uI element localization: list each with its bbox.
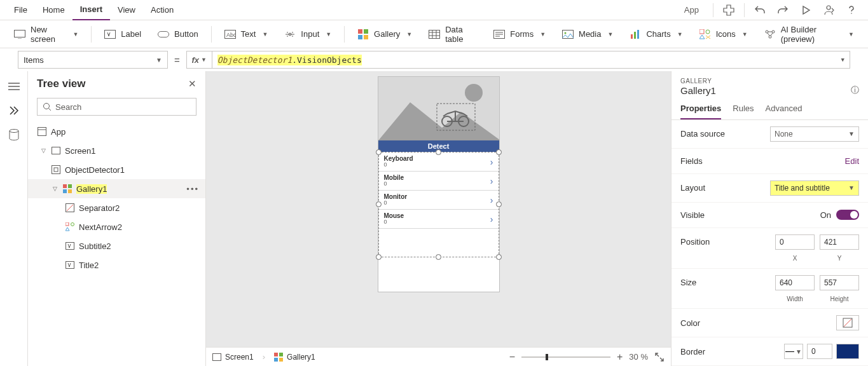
gallery-item[interactable]: Monitor0›: [379, 191, 499, 210]
close-icon[interactable]: ✕: [188, 78, 196, 90]
resize-handle[interactable]: [436, 149, 441, 155]
gallery-button[interactable]: Gallery ▼: [351, 24, 418, 44]
share-icon[interactable]: [818, 1, 839, 19]
tree-node-objectdetector[interactable]: ObjectDetector1: [28, 160, 205, 179]
menu-insert[interactable]: Insert: [72, 0, 110, 20]
tree-node-gallery1[interactable]: ▽ Gallery1 •••: [28, 179, 205, 198]
height-input[interactable]: 557: [820, 275, 859, 290]
more-icon[interactable]: •••: [186, 184, 199, 194]
health-icon[interactable]: [719, 1, 739, 19]
gallery-item[interactable]: Mouse0›: [379, 210, 499, 229]
fullscreen-icon[interactable]: [654, 352, 665, 362]
tree-search-input[interactable]: Search: [37, 98, 196, 116]
media-button[interactable]: Media ▼: [556, 24, 619, 44]
position-y-input[interactable]: 421: [820, 234, 859, 250]
menu-file[interactable]: File: [6, 0, 35, 20]
row-label: Layout: [680, 183, 705, 193]
redo-icon[interactable]: [773, 1, 793, 19]
zoom-thumb[interactable]: [546, 354, 548, 360]
icons-button[interactable]: Icons ▼: [693, 24, 754, 44]
new-screen-button[interactable]: New screen ▼: [8, 24, 85, 44]
tree-node-app[interactable]: App: [28, 122, 205, 141]
app-label[interactable]: App: [675, 5, 708, 15]
tab-rules[interactable]: Rules: [733, 104, 754, 119]
svg-rect-59: [274, 353, 278, 356]
breadcrumb-separator: ›: [263, 352, 265, 362]
border-style-dropdown[interactable]: ▼: [784, 344, 803, 359]
expand-icon[interactable]: ▽: [39, 147, 47, 154]
data-source-dropdown[interactable]: None ▼: [770, 126, 859, 142]
tab-properties[interactable]: Properties: [680, 104, 721, 119]
tree-label: App: [51, 127, 65, 137]
canvas-footer: Screen1 › Gallery1 − + 30 %: [206, 347, 671, 366]
border-color-swatch[interactable]: [836, 344, 859, 359]
tree-label: Screen1: [65, 146, 95, 156]
resize-handle[interactable]: [376, 254, 382, 260]
resize-handle[interactable]: [376, 149, 382, 155]
resize-handle[interactable]: [436, 254, 441, 260]
formula-input[interactable]: ObjectDetector1.VisionObjects ▼: [212, 51, 850, 69]
gallery-selection[interactable]: Keyboard0› Mobile0› Monitor0› Mouse0›: [378, 152, 499, 257]
formula-object: ObjectDetector1: [217, 55, 292, 65]
fx-button[interactable]: fx▼: [186, 51, 212, 69]
zoom-slider[interactable]: [521, 356, 610, 358]
label-icon: [104, 29, 116, 39]
input-button[interactable]: Input ▼: [278, 24, 338, 44]
gallery-item[interactable]: Keyboard0›: [379, 152, 499, 172]
resize-handle[interactable]: [496, 201, 502, 207]
resize-handle[interactable]: [496, 149, 502, 155]
canvas-stage[interactable]: Detect Keyboard0› Mobile0› Monitor0› Mou…: [206, 71, 671, 347]
layout-dropdown[interactable]: Title and subtitle ▼: [770, 180, 859, 196]
menu-view[interactable]: View: [110, 0, 143, 20]
row-position: Position 0 421 X Y: [672, 228, 868, 269]
chevron-right-icon[interactable]: ›: [490, 176, 493, 186]
tree-node-screen1[interactable]: ▽ Screen1: [28, 141, 205, 160]
hamburger-icon[interactable]: [8, 80, 20, 93]
forms-button[interactable]: Forms ▼: [487, 24, 552, 44]
data-table-button[interactable]: Data table: [422, 24, 483, 44]
dropdown-value: Title and subtitle: [775, 184, 830, 193]
chevron-right-icon[interactable]: ›: [490, 214, 493, 224]
gallery-item[interactable]: Mobile0›: [379, 172, 499, 191]
tree-node-subtitle2[interactable]: Subtitle2: [28, 236, 205, 255]
button-button[interactable]: Button: [151, 24, 205, 44]
play-icon[interactable]: [796, 1, 816, 19]
formula-bar: Items ▼ = fx▼ ObjectDetector1.VisionObje…: [0, 48, 868, 71]
tree-view-icon[interactable]: [8, 104, 20, 117]
help-icon[interactable]: ⓘ: [851, 85, 859, 96]
position-x-input[interactable]: 0: [775, 234, 815, 250]
tree-view-panel: Tree view ✕ Search App ▽ Screen1 ObjectD…: [28, 71, 206, 366]
chevron-down-icon: ▼: [540, 31, 546, 37]
tree-node-separator2[interactable]: Separator2: [28, 198, 205, 217]
border-width-input[interactable]: 0: [807, 344, 832, 359]
expand-icon[interactable]: ▽: [51, 186, 59, 192]
visible-toggle[interactable]: [836, 210, 859, 220]
width-input[interactable]: 640: [775, 275, 815, 290]
resize-handle[interactable]: [376, 201, 382, 207]
breadcrumb-screen[interactable]: Screen1: [212, 353, 254, 362]
svg-rect-41: [52, 166, 60, 174]
data-icon[interactable]: [8, 128, 20, 141]
zoom-out-button[interactable]: −: [509, 351, 515, 363]
label-button[interactable]: Label: [98, 24, 148, 44]
undo-icon[interactable]: [750, 1, 770, 19]
chevron-right-icon[interactable]: ›: [490, 157, 493, 167]
ai-builder-button[interactable]: AI Builder (preview) ▼: [758, 24, 860, 44]
menu-action[interactable]: Action: [143, 0, 181, 20]
ai-builder-label: AI Builder (preview): [781, 25, 842, 44]
color-swatch[interactable]: [836, 315, 859, 330]
chevron-right-icon[interactable]: ›: [490, 195, 493, 205]
tab-advanced[interactable]: Advanced: [766, 104, 803, 119]
text-button[interactable]: Abc Text ▼: [218, 24, 275, 44]
breadcrumb-gallery[interactable]: Gallery1: [274, 353, 315, 362]
resize-handle[interactable]: [496, 254, 502, 260]
help-icon[interactable]: [841, 1, 862, 19]
zoom-in-button[interactable]: +: [617, 351, 623, 363]
tree-node-nextarrow2[interactable]: NextArrow2: [28, 217, 205, 236]
menu-home[interactable]: Home: [35, 0, 72, 20]
charts-button[interactable]: Charts ▼: [623, 24, 689, 44]
property-dropdown[interactable]: Items ▼: [18, 51, 168, 69]
phone-preview[interactable]: Detect Keyboard0› Mobile0› Monitor0› Mou…: [378, 76, 500, 292]
tree-node-title2[interactable]: Title2: [28, 255, 205, 274]
fields-edit-link[interactable]: Edit: [845, 156, 859, 166]
